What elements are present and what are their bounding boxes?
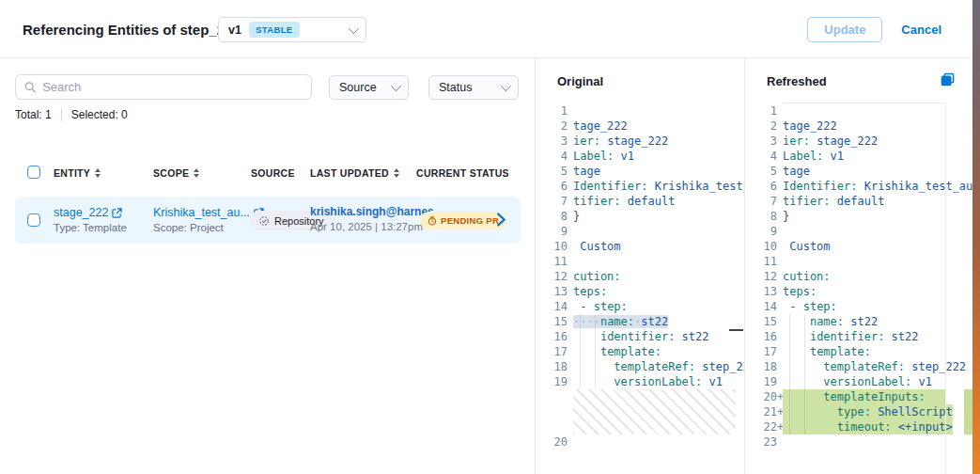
code-line: 12cution: — [536, 269, 736, 284]
column-header-source: SOURCE — [251, 167, 295, 179]
dialog-header: Referencing Entities of step_222 v1 STAB… — [0, 0, 972, 58]
original-pane[interactable]: Original 12tage_2223ier: stage_2224Label… — [536, 58, 745, 474]
code-line: 6Identifier: Krishika_test_aut — [536, 179, 736, 194]
row-checkbox[interactable] — [27, 213, 40, 227]
page-title: Referencing Entities of step_222 — [23, 22, 241, 38]
diff-sash-marker[interactable] — [729, 329, 743, 331]
code-line: 3ier: stage_222 — [536, 134, 736, 149]
entity-type: Type: Template — [54, 222, 127, 233]
yaml-diff-panel: Original 12tage_2223ier: stage_2224Label… — [536, 58, 972, 474]
code-line: 3ier: stage_222 — [745, 134, 945, 149]
code-line: 12cution: — [745, 269, 945, 284]
chevron-down-icon — [501, 81, 511, 91]
scope-link[interactable]: Krishika_test_au... — [153, 206, 264, 219]
code-line: 19 versionLabel: v1 — [536, 374, 736, 389]
version-label: v1 — [228, 24, 241, 37]
expand-row-chevron[interactable] — [496, 213, 506, 230]
code-line: 16 identifier: st22 — [536, 329, 736, 344]
code-line: 1 — [536, 103, 736, 118]
search-input[interactable] — [42, 80, 303, 94]
code-line: 11 — [745, 254, 945, 269]
clock-icon — [428, 216, 437, 226]
code-line: 21+ type: ShellScript — [745, 404, 945, 419]
code-line: 14 - step: — [745, 299, 945, 314]
source-filter[interactable]: Source — [329, 75, 409, 100]
code-line: 9 — [536, 224, 736, 239]
refreshed-pane[interactable]: Refreshed 12tage_2223ier: stage_2224Labe… — [745, 58, 972, 474]
overview-ruler-added-marker — [964, 389, 972, 434]
column-header-entity[interactable]: ENTITY — [54, 167, 101, 179]
code-line: 9 — [745, 224, 945, 239]
sort-icon[interactable] — [394, 168, 399, 178]
sort-icon[interactable] — [95, 168, 101, 178]
result-counts: Total: 1 Selected: 0 — [15, 108, 128, 121]
code-line: 8} — [536, 209, 736, 224]
code-line: 4Label: v1 — [536, 149, 736, 164]
code-line: 5tage — [536, 164, 736, 179]
entity-cell: stage_222 Type: Template — [54, 206, 127, 233]
code-line: 11 — [536, 254, 736, 269]
refreshed-title: Refreshed — [767, 74, 827, 88]
code-line: 18 templateRef: step_222 — [745, 359, 945, 374]
version-select[interactable]: v1 STABLE — [218, 17, 366, 42]
original-code: 12tage_2223ier: stage_2224Label: v15tage… — [536, 103, 736, 450]
chevron-down-icon — [391, 81, 401, 91]
code-line: 10 Custom — [536, 239, 736, 254]
search-box[interactable] — [15, 74, 312, 100]
code-line: 6Identifier: Krishika_test_aut — [745, 179, 945, 194]
indent-guide — [804, 314, 805, 434]
source-filter-label: Source — [339, 81, 377, 94]
status-filter-label: Status — [439, 81, 472, 94]
cancel-button[interactable]: Cancel — [901, 23, 941, 37]
code-line: 1 — [745, 103, 945, 118]
sort-icon[interactable] — [194, 168, 199, 178]
indent-guide — [580, 314, 581, 389]
code-line: 17 template: — [745, 344, 945, 359]
dialog-actions: Update Cancel — [807, 17, 941, 42]
repository-icon — [258, 215, 270, 227]
selected-count: Selected: 0 — [71, 108, 128, 121]
code-line: 2tage_222 — [745, 118, 945, 134]
code-line: 13teps: — [536, 284, 736, 299]
code-line: 15····name:·st22 — [536, 314, 736, 329]
original-title: Original — [557, 74, 603, 88]
code-line: 7tifier: default — [536, 194, 736, 209]
scope-sub: Scope: Project — [153, 222, 264, 233]
indent-guide — [595, 314, 596, 389]
external-link-icon — [112, 208, 122, 218]
stable-badge: STABLE — [249, 22, 300, 38]
search-icon — [24, 81, 36, 93]
code-line: 18 templateRef: step_222 — [536, 359, 736, 374]
code-line: 23 — [745, 434, 945, 450]
code-line: 14 - step: — [536, 299, 736, 314]
referencing-entities-dialog: Referencing Entities of step_222 v1 STAB… — [0, 0, 980, 474]
chevron-right-icon — [496, 213, 506, 227]
editor-edge-line — [945, 103, 946, 474]
table-row[interactable]: stage_222 Type: Template Krishika_test_a… — [15, 197, 521, 244]
update-button[interactable]: Update — [807, 17, 882, 42]
column-header-last-updated[interactable]: LAST UPDATED — [310, 167, 399, 179]
diff-placeholder-hatch — [573, 389, 736, 434]
status-badge: PENDING PR — [420, 212, 506, 229]
code-line: 20 — [536, 434, 736, 450]
code-line: 13teps: — [745, 284, 945, 299]
indent-guide — [789, 314, 790, 434]
scope-cell: Krishika_test_au... Scope: Project — [153, 206, 264, 233]
code-line: 4Label: v1 — [745, 149, 945, 164]
table-header: ENTITY SCOPE SOURCE LAST UPDATED CURRENT… — [15, 166, 521, 184]
copy-icon[interactable] — [941, 72, 955, 90]
code-line: 22+ timeout: <+input> — [745, 419, 945, 434]
entity-link[interactable]: stage_222 — [54, 206, 127, 219]
column-header-current-status: CURRENT STATUS — [416, 167, 509, 179]
background-page-edge — [972, 0, 980, 474]
select-all-checkbox[interactable] — [27, 166, 40, 179]
status-filter[interactable]: Status — [428, 75, 519, 100]
code-line: 2tage_222 — [536, 118, 736, 134]
total-count: Total: 1 — [15, 108, 52, 121]
column-header-scope[interactable]: SCOPE — [153, 167, 199, 179]
status-label: PENDING PR — [441, 215, 499, 226]
code-line: 5tage — [745, 164, 945, 179]
code-line: 10 Custom — [745, 239, 945, 254]
code-line: 20+ templateInputs: — [745, 389, 945, 404]
refreshed-code: 12tage_2223ier: stage_2224Label: v15tage… — [745, 103, 945, 450]
